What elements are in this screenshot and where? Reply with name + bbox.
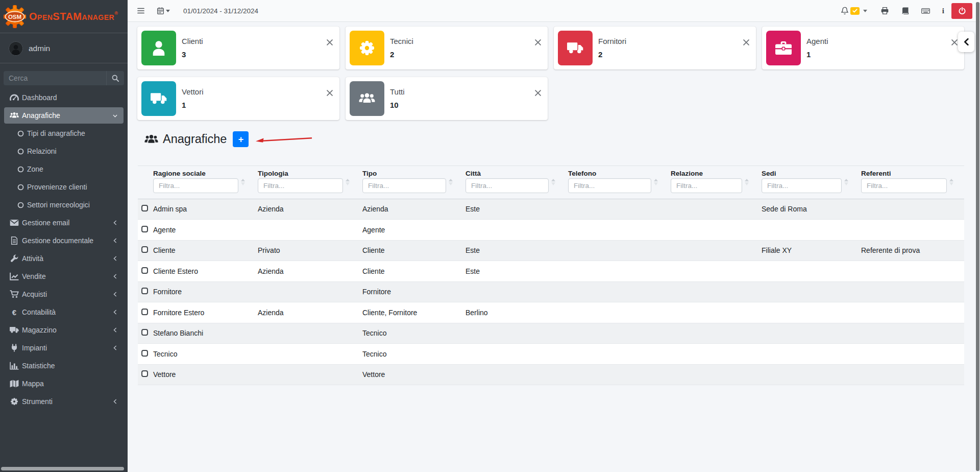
sidebar-item-impianti[interactable]: Impianti [4,340,124,356]
row-checkbox[interactable] [141,226,148,232]
sort-icon[interactable] [241,179,245,185]
row-checkbox[interactable] [141,205,148,211]
row-checkbox[interactable] [141,309,148,315]
column-header-tipologia[interactable]: Tipologia [256,166,360,178]
user-name[interactable]: admin [29,44,50,53]
sidebar-item-magazzino[interactable]: Magazzino [4,322,124,338]
column-header-tipo[interactable]: Tipo [360,166,463,178]
brand[interactable]: OSM OpenSTAManager® [0,0,128,33]
sidebar-item-gestione-documentale[interactable]: Gestione documentale [4,232,124,249]
sort-icon[interactable] [949,179,953,185]
notifications-caret-icon[interactable] [863,10,867,12]
circle-icon [17,148,24,155]
sidebar-item-mappa[interactable]: Mappa [4,375,124,392]
row-checkbox[interactable] [141,370,148,377]
filter-input-citt[interactable] [465,178,549,193]
sidebar-subitem-provenienze-clienti[interactable]: Provenienze clienti [4,179,124,195]
cart-icon [10,290,19,298]
chevron-left-icon [113,238,117,243]
table-row-tecnico[interactable]: TecnicoTecnico [138,344,964,365]
filter-input-telefono[interactable] [568,178,651,193]
table-row-cliente-estero[interactable]: Cliente EsteroAziendaClienteEste [138,261,964,282]
column-header-citt[interactable]: Città [463,166,566,178]
chevron-left-icon [113,292,117,297]
print-icon[interactable] [881,7,889,14]
sidebar-subitem-tipi-di-anagrafiche[interactable]: Tipi di anagrafiche [4,125,124,141]
table-row-fornitore[interactable]: FornitoreFornitore [138,281,964,302]
stat-card-agenti[interactable]: Agenti1 [762,27,964,69]
annotation-arrow [256,136,313,144]
circle-icon [17,166,24,173]
add-record-button[interactable]: + [233,131,249,147]
filter-input-relazione[interactable] [671,178,742,193]
sidebar-item-anagrafiche[interactable]: Anagrafiche [4,107,124,124]
row-checkbox[interactable] [141,267,148,274]
stat-card-tutti[interactable]: Tutti10 [346,77,548,120]
filter-input-referenti[interactable] [861,178,947,193]
column-header-sedi[interactable]: Sedi [760,166,859,178]
search-input[interactable] [4,71,106,85]
calendar-icon[interactable] [157,7,164,14]
sort-icon[interactable] [551,179,555,185]
filter-input-ragione-sociale[interactable] [153,178,238,193]
truck-icon [10,326,19,334]
row-checkbox[interactable] [141,329,148,336]
calendar-caret-icon[interactable] [166,10,170,12]
stat-card-vettori[interactable]: Vettori1 [137,77,339,120]
sidebar-horizontal-scrollbar[interactable] [1,467,124,470]
sidebar-item-strumenti[interactable]: Strumenti [4,393,124,410]
docs-book-icon[interactable] [902,7,909,14]
sidebar-item-gestione-email[interactable]: Gestione email [4,215,124,231]
table-row-vettore[interactable]: VettoreVettore [138,364,964,385]
table-row-agente[interactable]: AgenteAgente [138,220,964,241]
table-row-stefano-bianchi[interactable]: Stefano BianchiTecnico [138,323,964,344]
filter-input-sedi[interactable] [762,178,842,193]
search-button[interactable] [106,71,124,85]
filter-input-tipologia[interactable] [258,178,343,193]
sort-icon[interactable] [449,179,453,185]
sidebar-subitem-relazioni[interactable]: Relazioni [4,143,124,159]
sidebar-item-acquisti[interactable]: Acquisti [4,286,124,302]
stat-card-clienti[interactable]: Clienti3 [137,27,339,69]
column-header-relazione[interactable]: Relazione [669,166,760,178]
column-header-telefono[interactable]: Telefono [566,166,669,178]
column-header-referenti[interactable]: Referenti [859,166,964,178]
row-checkbox[interactable] [141,288,148,294]
sort-icon[interactable] [346,179,350,185]
table-row-admin-spa[interactable]: Admin spaAziendaAziendaEsteSede di Roma [138,199,964,220]
sidebar-item-attivit[interactable]: Attività [4,250,124,267]
row-checkbox[interactable] [141,246,148,253]
table-row-cliente[interactable]: ClientePrivatoClienteEsteFiliale XYRefer… [138,240,964,261]
close-icon[interactable] [327,39,333,45]
logout-power-button[interactable] [951,3,972,19]
sidebar-subitem-zone[interactable]: Zone [4,161,124,177]
table-row-fornitore-estero[interactable]: Fornitore EsteroAziendaCliente, Fornitor… [138,302,964,323]
sort-icon[interactable] [844,179,848,185]
info-icon[interactable]: i [942,7,944,15]
sidebar-item-contabilit[interactable]: €Contabilità [4,304,124,320]
sort-icon[interactable] [654,179,658,185]
control-sidebar-toggle[interactable] [958,32,974,52]
stat-card-fornitori[interactable]: Fornitori2 [554,27,756,69]
sort-icon[interactable] [745,179,749,185]
notifications-check-badge[interactable] [850,7,860,15]
filter-input-tipo[interactable] [362,178,446,193]
close-icon[interactable] [535,39,541,45]
keyboard-shortcuts-icon[interactable] [921,8,930,14]
stat-card-tecnici[interactable]: Tecnici2 [346,27,548,69]
row-checkbox[interactable] [141,350,148,357]
close-icon[interactable] [951,39,958,45]
close-icon[interactable] [535,90,541,96]
close-icon[interactable] [743,39,749,45]
column-header-ragione-sociale[interactable]: Ragione sociale [151,166,256,178]
sidebar-item-dashboard[interactable]: Dashboard [4,89,124,106]
close-icon[interactable] [327,90,333,96]
notifications-bell-icon[interactable] [841,7,848,15]
page-vertical-scrollbar[interactable] [976,2,979,471]
date-range[interactable]: 01/01/2024 - 31/12/2024 [183,7,258,15]
user-avatar[interactable] [9,41,23,56]
sidebar-item-vendite[interactable]: Vendite [4,268,124,285]
sidebar-toggle-icon[interactable] [137,8,144,14]
sidebar-item-statistiche[interactable]: Statistiche [4,358,124,374]
sidebar-subitem-settori-merceologici[interactable]: Settori merceologici [4,197,124,213]
